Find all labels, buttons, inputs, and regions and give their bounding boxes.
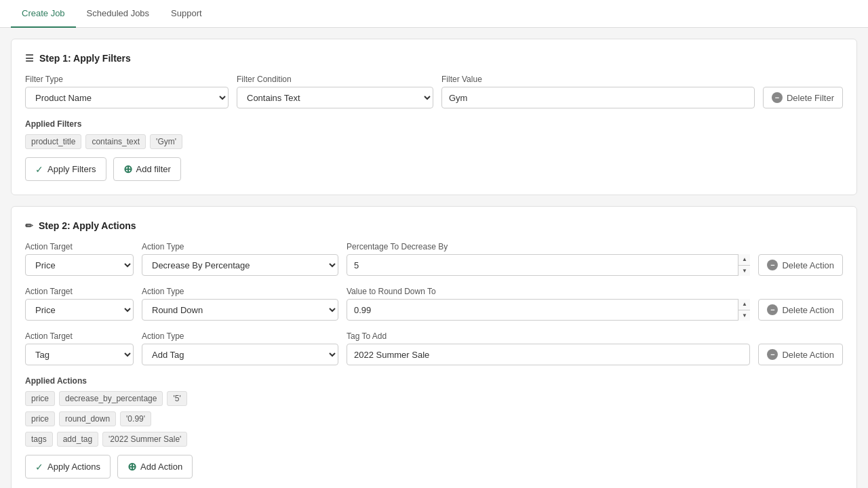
list-item: '2022 Summer Sale': [102, 432, 187, 447]
delete-action-icon-2: −: [767, 304, 778, 315]
action-target-label-2: Action Target: [25, 287, 134, 296]
table-row: tagsadd_tag'2022 Summer Sale': [25, 432, 843, 447]
applied-actions-label: Applied Actions: [25, 376, 843, 386]
action-row-2: Action Target Price Tag Action Type Roun…: [25, 287, 843, 321]
delete-action-button-3[interactable]: − Delete Action: [758, 344, 843, 365]
applied-actions-section: Applied Actions pricedecrease_by_percent…: [25, 376, 843, 447]
list-item: product_title: [25, 134, 81, 149]
action-type-label-2: Action Type: [142, 287, 338, 296]
action-value-group-3: Tag To Add: [347, 331, 750, 365]
applied-filters-label: Applied Filters: [25, 119, 843, 129]
action-target-label-1: Action Target: [25, 242, 134, 251]
action-value-label-3: Tag To Add: [347, 331, 750, 341]
applied-actions-rows: pricedecrease_by_percentage'5'priceround…: [25, 391, 843, 447]
delete-action-button-2[interactable]: − Delete Action: [758, 299, 843, 321]
delete-filter-button[interactable]: − Delete Filter: [763, 87, 843, 108]
apply-actions-button[interactable]: ✓ Apply Actions: [25, 455, 111, 479]
action-target-label-3: Action Target: [25, 331, 134, 341]
action-value-label-1: Percentage To Decrease By: [347, 242, 750, 251]
action-value-input-2[interactable]: [347, 299, 750, 321]
action-value-wrapper-2: ▲ ▼: [347, 299, 750, 321]
step2-title: ✏ Step 2: Apply Actions: [25, 220, 843, 231]
action-value-wrapper-1: ▲ ▼: [347, 254, 750, 276]
add-filter-plus-icon: ⊕: [123, 163, 132, 176]
action-type-label-1: Action Type: [142, 242, 338, 251]
action-target-select-2[interactable]: Price Tag: [25, 299, 134, 321]
filter-condition-select[interactable]: Contains Text Does Not Contain Equals: [237, 87, 433, 108]
spinner-down-1[interactable]: ▼: [738, 266, 750, 277]
filter-value-input[interactable]: [441, 87, 755, 108]
filter-condition-group: Filter Condition Contains Text Does Not …: [237, 75, 433, 108]
applied-filters-tags: product_titlecontains_text'Gym': [25, 134, 843, 149]
filter-condition-label: Filter Condition: [237, 75, 433, 84]
action-type-select-2[interactable]: Round Down Decrease By Percentage: [142, 299, 338, 321]
apply-actions-check-icon: ✓: [35, 462, 43, 472]
action-target-select-1[interactable]: Price Tag Title: [25, 254, 134, 276]
filter-icon: ☰: [25, 53, 34, 64]
list-item: 'Gym': [150, 134, 182, 149]
add-filter-button[interactable]: ⊕ Add filter: [113, 157, 181, 181]
tabs-bar: Create Job Scheduled Jobs Support: [0, 0, 868, 28]
step1-title: ☰ Step 1: Apply Filters: [25, 53, 843, 64]
action-value-group-1: Percentage To Decrease By ▲ ▼: [347, 242, 750, 276]
tab-create-job[interactable]: Create Job: [11, 0, 76, 28]
action-type-group-1: Action Type Decrease By Percentage Incre…: [142, 242, 338, 276]
table-row: pricedecrease_by_percentage'5': [25, 391, 843, 406]
list-item: decrease_by_percentage: [59, 391, 163, 406]
action-target-select-3[interactable]: Tag Price: [25, 344, 134, 365]
table-row: priceround_down'0.99': [25, 411, 843, 426]
action-type-select-3[interactable]: Add Tag Remove Tag: [142, 344, 338, 365]
delete-action-button-1[interactable]: − Delete Action: [758, 254, 843, 276]
action-spinners-2: ▲ ▼: [738, 299, 750, 321]
apply-filters-button[interactable]: ✓ Apply Filters: [25, 157, 106, 181]
pencil-icon: ✏: [25, 220, 33, 231]
list-item: price: [25, 391, 55, 406]
applied-filters-section: Applied Filters product_titlecontains_te…: [25, 119, 843, 149]
action-type-label-3: Action Type: [142, 331, 338, 341]
filter-type-label: Filter Type: [25, 75, 229, 84]
page-content: ☰ Step 1: Apply Filters Filter Type Prod…: [0, 28, 868, 488]
action-value-label-2: Value to Round Down To: [347, 287, 750, 296]
action-row-3: Action Target Tag Price Action Type Add …: [25, 331, 843, 365]
add-action-button[interactable]: ⊕ Add Action: [117, 455, 193, 479]
filter-value-group: Filter Value: [441, 75, 755, 108]
delete-action-icon-3: −: [767, 349, 778, 360]
spinner-up-1[interactable]: ▲: [738, 254, 750, 266]
action-type-group-2: Action Type Round Down Decrease By Perce…: [142, 287, 338, 321]
spinner-down-2[interactable]: ▼: [738, 310, 750, 321]
list-item: contains_text: [85, 134, 146, 149]
list-item: '5': [167, 391, 186, 406]
filter-type-select[interactable]: Product Name Price Tag: [25, 87, 229, 108]
spinner-up-2[interactable]: ▲: [738, 299, 750, 310]
action-value-input-1[interactable]: [347, 254, 750, 276]
list-item: '0.99': [120, 411, 151, 426]
action-value-input-3[interactable]: [347, 344, 750, 365]
action-target-group-1: Action Target Price Tag Title: [25, 242, 134, 276]
delete-filter-icon: −: [772, 92, 783, 103]
action-type-group-3: Action Type Add Tag Remove Tag: [142, 331, 338, 365]
action-target-group-3: Action Target Tag Price: [25, 331, 134, 365]
action-target-group-2: Action Target Price Tag: [25, 287, 134, 321]
list-item: round_down: [59, 411, 116, 426]
filter-form-row: Filter Type Product Name Price Tag Filte…: [25, 75, 843, 108]
list-item: tags: [25, 432, 53, 447]
action-row-1: Action Target Price Tag Title Action Typ…: [25, 242, 843, 276]
filter-type-group: Filter Type Product Name Price Tag: [25, 75, 229, 108]
tab-scheduled-jobs[interactable]: Scheduled Jobs: [76, 0, 161, 28]
list-item: price: [25, 411, 55, 426]
step2-action-buttons: ✓ Apply Actions ⊕ Add Action: [25, 455, 843, 479]
tab-support[interactable]: Support: [160, 0, 213, 28]
add-action-plus-icon: ⊕: [127, 460, 136, 473]
action-spinners-1: ▲ ▼: [738, 254, 750, 276]
step1-card: ☰ Step 1: Apply Filters Filter Type Prod…: [11, 39, 857, 195]
delete-action-icon-1: −: [767, 260, 778, 270]
action-value-group-2: Value to Round Down To ▲ ▼: [347, 287, 750, 321]
step1-action-buttons: ✓ Apply Filters ⊕ Add filter: [25, 157, 843, 181]
step2-card: ✏ Step 2: Apply Actions Action Target Pr…: [11, 206, 857, 488]
filter-value-label: Filter Value: [441, 75, 755, 84]
apply-filters-check-icon: ✓: [35, 164, 43, 175]
action-type-select-1[interactable]: Decrease By Percentage Increase By Perce…: [142, 254, 338, 276]
list-item: add_tag: [57, 432, 98, 447]
